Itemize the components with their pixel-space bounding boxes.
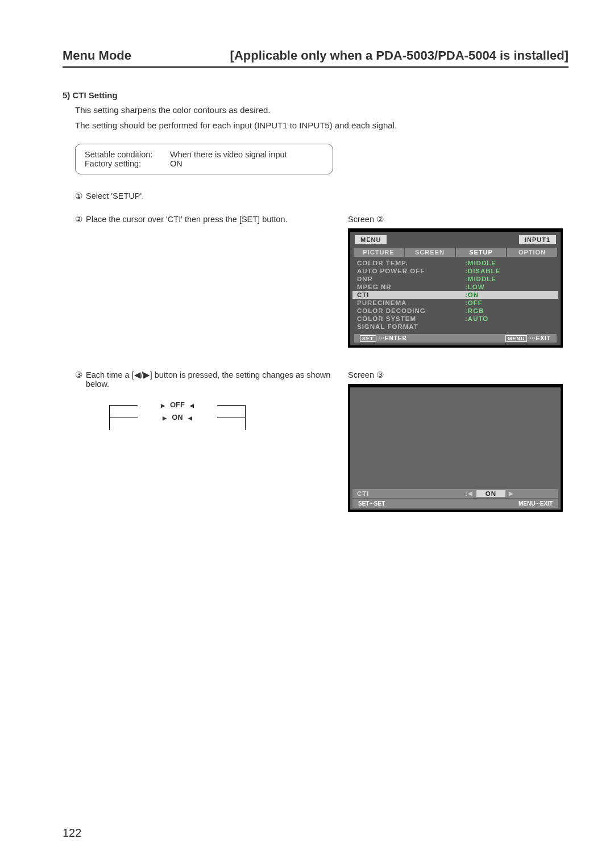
osd3-foot-right-text: ···EXIT <box>535 500 553 507</box>
cond-value-2: ON <box>170 159 182 168</box>
page-header: Menu Mode [Applicable only when a PDA-50… <box>63 48 569 68</box>
osd-tab-setup: SETUP <box>456 248 507 257</box>
cond-value-1: When there is video signal input <box>170 150 287 159</box>
osd-input-chip: INPUT1 <box>519 235 556 244</box>
step-3: ③ Each time a [◀/▶] button is pressed, t… <box>75 370 348 389</box>
osd-row-key: PURECINEMA <box>357 299 465 306</box>
osd3-foot-left: SET···SET <box>358 500 385 507</box>
arrow-left-icon <box>188 400 196 409</box>
set-key-icon: SET <box>358 500 369 507</box>
osd-screen-2: MENU INPUT1 PICTURE SCREEN SETUP OPTION … <box>348 228 563 348</box>
osd-tab-screen: SCREEN <box>405 248 456 257</box>
toggle-off: OFF <box>167 400 188 409</box>
step-2-text: Place the cursor over 'CTI' then press t… <box>86 215 288 224</box>
step-1: ① Select 'SETUP'. <box>75 191 569 201</box>
osd-menu-chip: MENU <box>355 235 387 244</box>
page-number: 122 <box>63 827 81 840</box>
osd-tab-picture: PICTURE <box>354 248 405 257</box>
step-2-num: ② <box>75 215 82 224</box>
osd3-row-label: CTI <box>357 490 465 497</box>
osd-row: COLOR DECODING:RGB <box>357 307 554 315</box>
osd3-foot-left-text: ···SET <box>369 500 385 507</box>
osd-foot-right: MENU···EXIT <box>505 335 551 341</box>
osd-row-key: COLOR TEMP. <box>357 260 465 266</box>
arrow-right-icon <box>159 400 167 409</box>
osd-row-key: AUTO POWER OFF <box>357 268 465 274</box>
osd3-footer: SET···SET MENU···EXIT <box>352 499 558 508</box>
osd-row-key: CTI <box>357 291 465 298</box>
menu-key-icon: MENU <box>518 500 535 507</box>
osd-row-value: :RGB <box>465 307 484 314</box>
osd-row: CTI:ON <box>352 291 558 299</box>
section-desc-2: The setting should be performed for each… <box>75 119 569 132</box>
step-3-num: ③ <box>75 370 82 379</box>
step-3-text: Each time a [◀/▶] button is pressed, the… <box>86 370 348 389</box>
arrow-left-icon <box>186 413 194 422</box>
osd-footer: SET···ENTER MENU···EXIT <box>354 334 557 343</box>
header-right: [Applicable only when a PDA-5003/PDA-500… <box>230 48 569 63</box>
screen-3-label: Screen ③ <box>348 370 569 379</box>
diagram-line <box>109 418 138 418</box>
osd3-value: ON <box>476 490 505 497</box>
section-desc-1: This setting sharpens the color contours… <box>75 103 569 116</box>
osd-row-key: COLOR DECODING <box>357 307 465 314</box>
diagram-line <box>109 405 138 406</box>
osd-row-key: SIGNAL FORMAT <box>357 323 465 330</box>
cond-label-2: Factory setting: <box>85 159 170 168</box>
osd-row: COLOR SYSTEM:AUTO <box>357 315 554 323</box>
osd-rows: COLOR TEMP.:MIDDLEAUTO POWER OFF:DISABLE… <box>352 258 558 332</box>
osd-row-key: DNR <box>357 276 465 282</box>
toggle-on: ON <box>168 413 186 422</box>
osd-row-value: :DISABLE <box>465 268 500 274</box>
osd-screen-3: CTI : ◀ ON ▶ SET···SET MENU···EXIT <box>348 384 563 512</box>
osd-row: AUTO POWER OFF:DISABLE <box>357 267 554 275</box>
arrow-right-icon: ▶ <box>509 490 514 496</box>
osd-row-value: :MIDDLE <box>465 276 496 282</box>
menu-key-icon: MENU <box>505 335 528 342</box>
osd3-foot-right: MENU···EXIT <box>518 500 553 507</box>
osd-row: MPEG NR:LOW <box>357 283 554 291</box>
set-key-icon: SET <box>360 335 376 342</box>
osd-row: DNR:MIDDLE <box>357 275 554 283</box>
condition-box: Settable condition: When there is video … <box>75 144 333 174</box>
osd-row: PURECINEMA:OFF <box>357 299 554 307</box>
osd-row-key: COLOR SYSTEM <box>357 315 465 322</box>
screen-2-label: Screen ② <box>348 215 569 224</box>
step-1-text: Select 'SETUP'. <box>86 191 144 201</box>
arrow-right-icon <box>161 413 168 422</box>
osd-row: SIGNAL FORMAT <box>357 323 554 331</box>
osd-tab-option: OPTION <box>507 248 557 257</box>
section-heading: 5) CTI Setting <box>63 90 569 100</box>
osd-row-value: :ON <box>465 291 479 298</box>
osd-row: COLOR TEMP.:MIDDLE <box>357 259 554 267</box>
osd-row-value: :LOW <box>465 283 485 290</box>
section-number: 5) <box>63 90 70 100</box>
osd-row-value: :MIDDLE <box>465 260 496 266</box>
cond-label-1: Settable condition: <box>85 150 170 159</box>
step-2: ② Place the cursor over 'CTI' then press… <box>75 215 348 224</box>
osd-foot-left: SET···ENTER <box>360 335 407 341</box>
diagram-line <box>217 418 246 418</box>
arrow-left-icon: ◀ <box>468 490 473 496</box>
osd-row-value: :AUTO <box>465 315 488 322</box>
toggle-diagram: OFF ON <box>109 399 246 424</box>
step-1-num: ① <box>75 191 82 201</box>
osd-row-key: MPEG NR <box>357 283 465 290</box>
osd-tabs: PICTURE SCREEN SETUP OPTION <box>352 248 558 257</box>
diagram-line <box>217 405 246 406</box>
header-left: Menu Mode <box>63 48 131 63</box>
osd3-row: CTI : ◀ ON ▶ <box>352 489 558 498</box>
section-title: CTI Setting <box>73 90 118 100</box>
osd-row-value: :OFF <box>465 299 483 306</box>
osd-foot-left-text: ···ENTER <box>379 335 407 341</box>
osd-foot-right-text: ···EXIT <box>529 335 551 341</box>
